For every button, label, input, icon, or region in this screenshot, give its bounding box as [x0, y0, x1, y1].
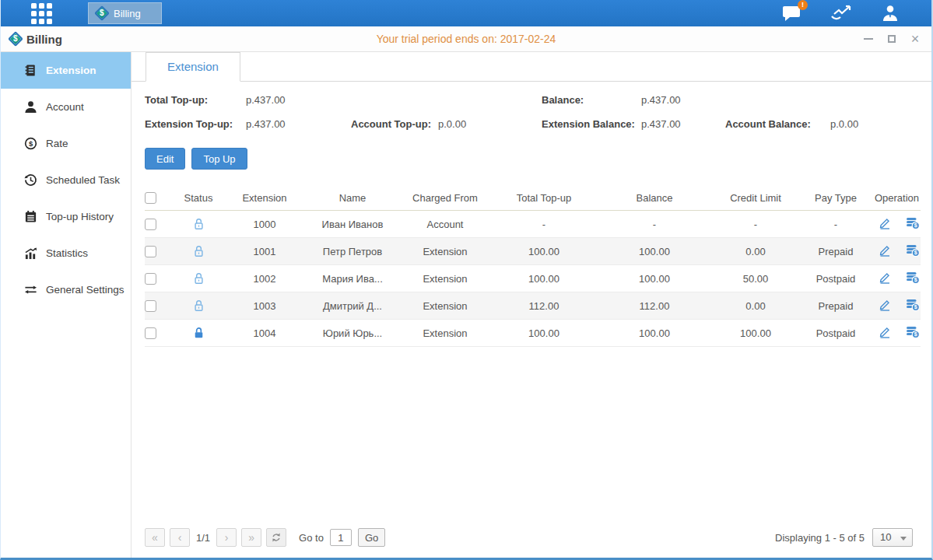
sidebar-item-extension[interactable]: Extension [1, 52, 131, 89]
unlocked-icon [193, 218, 205, 230]
sidebar-item-scheduled-task[interactable]: Scheduled Task [1, 162, 131, 198]
first-page-button[interactable]: « [145, 528, 165, 547]
top-up-button[interactable]: Top Up [191, 148, 247, 170]
go-button[interactable]: Go [358, 528, 385, 547]
col-charged-from: Charged From [398, 192, 492, 204]
cell-total-topup: 100.00 [492, 246, 596, 257]
taskbar-billing-tab[interactable]: $ Billing [88, 2, 162, 24]
cell-balance: 100.00 [596, 273, 713, 285]
row-checkbox[interactable] [145, 300, 156, 312]
cell-charged-from: Extension [398, 300, 492, 312]
sidebar-item-account[interactable]: Account [1, 89, 131, 125]
refresh-button[interactable] [266, 528, 286, 547]
cell-name: Иван Иванов [307, 219, 398, 230]
refresh-icon [271, 532, 282, 543]
table-row: 1002 Мария Ива... Extension 100.00 100.0… [145, 265, 921, 292]
balance-label: Balance: [542, 93, 641, 108]
notification-badge: ! [798, 0, 808, 10]
user-icon[interactable] [880, 4, 900, 23]
edit-button[interactable]: Edit [145, 148, 185, 170]
page-size-select[interactable]: 10 [872, 528, 913, 547]
cell-name: Мария Ива... [307, 273, 398, 285]
account-person-icon [24, 100, 37, 114]
page-indicator: 1/1 [196, 532, 210, 544]
maximize-icon[interactable] [886, 33, 897, 44]
tab-extension[interactable]: Extension [146, 52, 240, 82]
extension-balance-label: Extension Balance: [542, 117, 641, 132]
status-lock-icon [174, 218, 223, 231]
page-size-value: 10 [880, 531, 891, 543]
close-icon[interactable]: × [910, 33, 921, 44]
cell-total-topup: 100.00 [492, 327, 596, 339]
billing-summary: Total Top-up: p.437.00 Extension Top-up:… [132, 82, 931, 132]
cell-pay-type: Prepaid [798, 300, 873, 312]
billing-diamond-icon: $ [94, 5, 110, 21]
account-balance-label: Account Balance: [725, 117, 830, 132]
topup-extension-icon[interactable]: $ [906, 271, 920, 286]
extension-balance-value: p.437.00 [641, 117, 725, 132]
svg-text:$: $ [914, 250, 917, 256]
table-body: 1000 Иван Иванов Account - - - - $ [145, 211, 921, 347]
stats-icon[interactable] [830, 4, 852, 23]
cell-charged-from: Extension [398, 246, 492, 257]
next-page-button[interactable]: › [216, 528, 237, 547]
col-operation: Operation [873, 192, 921, 204]
goto-page-input[interactable] [330, 529, 352, 546]
total-topup-value: p.437.00 [246, 93, 351, 108]
edit-extension-icon[interactable] [879, 244, 892, 259]
edit-extension-icon[interactable] [879, 299, 892, 313]
topup-extension-icon[interactable]: $ [906, 217, 920, 232]
edit-extension-icon[interactable] [879, 271, 892, 286]
window-titlebar: $ Billing Your trial period ends on: 201… [1, 26, 931, 52]
statistics-chart-icon [24, 247, 37, 260]
svg-text:$: $ [29, 139, 33, 148]
topup-extension-icon[interactable]: $ [906, 326, 920, 341]
row-checkbox[interactable] [145, 246, 156, 257]
balance-value: p.437.00 [641, 93, 725, 108]
prev-page-button[interactable]: ‹ [170, 528, 190, 547]
cell-credit-limit: 0.00 [713, 246, 798, 257]
topup-extension-icon[interactable]: $ [906, 299, 920, 313]
cell-credit-limit: - [713, 219, 798, 230]
svg-text:$: $ [914, 331, 917, 338]
window-title: Billing [26, 33, 62, 46]
edit-extension-icon[interactable] [879, 217, 892, 232]
sidebar-item-topup-history[interactable]: Top-up History [1, 198, 131, 235]
select-all-checkbox[interactable] [145, 192, 156, 204]
unlocked-icon [193, 245, 205, 257]
total-topup-label: Total Top-up: [145, 93, 246, 108]
cell-balance: 100.00 [596, 246, 713, 257]
goto-label: Go to [299, 532, 324, 544]
messages-icon[interactable]: ! [782, 4, 802, 23]
status-lock-icon [174, 327, 223, 340]
cell-total-topup: - [492, 219, 596, 230]
minimize-icon[interactable] [863, 33, 874, 44]
col-name: Name [307, 192, 398, 204]
edit-extension-icon[interactable] [879, 326, 892, 341]
topup-extension-icon[interactable]: $ [906, 244, 920, 259]
sidebar-item-general-settings[interactable]: General Settings [1, 271, 131, 308]
table-row: 1004 Юрий Юрь... Extension 100.00 100.00… [145, 320, 921, 347]
cell-credit-limit: 0.00 [713, 300, 798, 312]
row-checkbox[interactable] [145, 273, 156, 285]
sidebar-item-label: Rate [46, 138, 68, 149]
svg-text:$: $ [914, 277, 917, 283]
cell-extension: 1004 [223, 327, 307, 339]
cell-name: Петр Петров [307, 246, 398, 257]
sidebar-item-label: Statistics [46, 247, 88, 259]
last-page-button[interactable]: » [241, 528, 261, 547]
app-grid-icon[interactable] [28, 3, 54, 23]
svg-text:$: $ [914, 222, 917, 229]
unlocked-icon [193, 272, 205, 285]
table-row: 1001 Петр Петров Extension 100.00 100.00… [145, 238, 921, 265]
cell-charged-from: Account [398, 219, 492, 230]
cell-charged-from: Extension [398, 327, 492, 339]
sidebar-item-statistics[interactable]: Statistics [1, 235, 131, 271]
cell-name: Юрий Юрь... [307, 327, 398, 339]
row-checkbox[interactable] [145, 219, 156, 230]
taskbar-tab-label: Billing [114, 8, 141, 19]
sidebar-item-rate[interactable]: $ Rate [1, 125, 131, 162]
status-lock-icon [174, 245, 223, 258]
table-row: 1000 Иван Иванов Account - - - - $ [145, 211, 921, 238]
row-checkbox[interactable] [145, 327, 156, 339]
